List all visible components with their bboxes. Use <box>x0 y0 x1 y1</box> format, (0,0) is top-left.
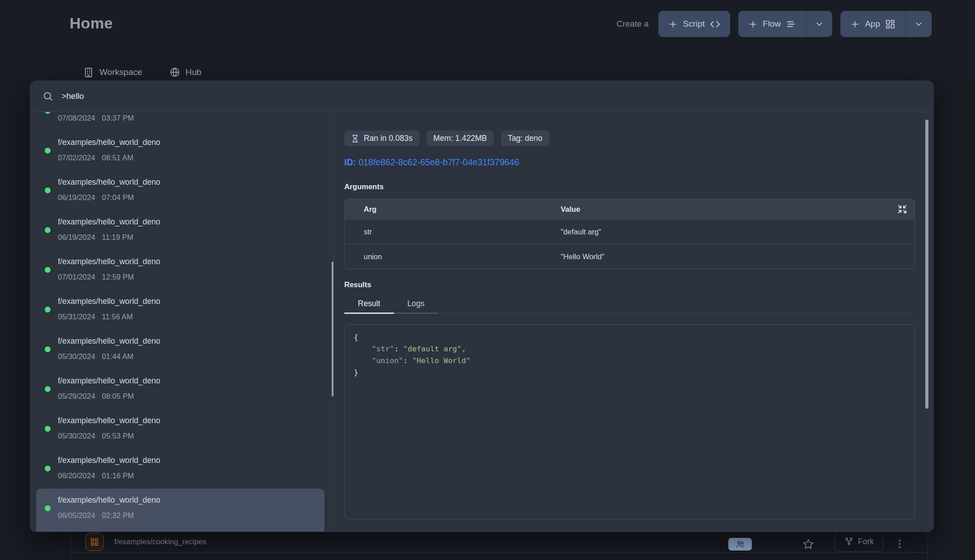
run-list-item[interactable]: f/examples/hello_world_deno 06/19/202411… <box>36 210 324 249</box>
palette-search-input[interactable] <box>61 91 934 101</box>
arg-name: union <box>345 252 561 261</box>
create-app-button[interactable]: App <box>840 11 905 37</box>
arguments-table-header: Arg Value <box>345 199 914 219</box>
plus-icon <box>850 19 860 29</box>
run-list-item[interactable]: f/examples/hello_world_deno 07/08/202403… <box>36 112 324 130</box>
tab-logs[interactable]: Logs <box>394 299 438 314</box>
run-time: 07:04 PM <box>102 193 134 201</box>
job-id-link[interactable]: 018fe862-8c62-65e8-b7f7-04e31f379646 <box>358 157 519 167</box>
success-status-dot <box>45 426 51 432</box>
users-badge[interactable] <box>728 538 752 551</box>
tag-badge-label: Tag: deno <box>508 134 543 143</box>
success-status-dot <box>45 227 51 233</box>
result-json-viewer: { "str": "default arg", "union": "Hello … <box>344 324 915 519</box>
run-time: 08:51 AM <box>102 154 134 162</box>
create-flow-button[interactable]: Flow <box>738 11 806 37</box>
run-detail-panel: Ran in 0.083s Mem: 1.422MB Tag: deno ID:… <box>334 112 934 532</box>
run-list-item[interactable]: f/examples/hello_world_deno 06/20/202401… <box>36 449 324 488</box>
command-palette-modal: f/examples/hello_world_deno 07/08/202403… <box>30 80 934 532</box>
run-datetime: 05/31/202411:56 AM <box>58 313 160 321</box>
run-path: f/examples/hello_world_deno <box>58 177 160 187</box>
job-id-row: ID: 018fe862-8c62-65e8-b7f7-04e31f379646 <box>344 157 915 168</box>
run-datetime: 05/30/202405:53 PM <box>58 432 160 440</box>
run-path: f/examples/hello_world_deno <box>58 297 160 306</box>
success-status-dot <box>45 386 51 392</box>
json-value: "Hello World" <box>412 356 470 365</box>
chevron-down-icon <box>914 19 923 29</box>
tab-hub[interactable]: Hub <box>169 67 202 78</box>
run-time: 01:16 PM <box>102 471 134 480</box>
run-list-item[interactable]: f/examples/hello_world_deno 07/02/202408… <box>36 131 324 170</box>
run-datetime: 07/02/202408:51 AM <box>58 154 160 162</box>
users-icon <box>735 539 745 549</box>
success-status-dot <box>45 466 51 471</box>
run-list-item[interactable]: f/examples/hello_world_deno 05/31/202411… <box>36 290 324 329</box>
page-title: Home <box>70 14 113 32</box>
page-header: Home Create a Script Flow App <box>0 0 975 80</box>
run-path: f/examples/hello_world_deno <box>58 456 160 465</box>
tab-workspace[interactable]: Workspace <box>83 67 142 78</box>
kebab-menu-icon[interactable]: ⋮ <box>895 541 905 546</box>
plus-icon <box>748 19 758 29</box>
create-script-label: Script <box>683 19 705 29</box>
run-datetime: 05/29/202408:05 PM <box>58 392 160 401</box>
create-app-dropdown-button[interactable] <box>906 11 932 37</box>
create-flow-button-group: Flow <box>738 11 832 37</box>
tab-result[interactable]: Result <box>344 299 394 314</box>
json-key: "str" <box>372 345 394 353</box>
run-list-item[interactable]: f/examples/hello_world_deno 06/19/202407… <box>36 171 324 210</box>
fork-icon <box>844 537 853 546</box>
run-list-item[interactable]: f/examples/hello_world_deno 05/30/202405… <box>36 409 324 448</box>
run-date: 05/30/2024 <box>58 432 95 440</box>
create-flow-dropdown-button[interactable] <box>806 11 832 37</box>
memory-badge: Mem: 1.422MB <box>427 131 494 146</box>
results-tabs: Result Logs <box>344 299 915 314</box>
run-time: 12:59 PM <box>102 273 134 281</box>
run-datetime: 05/30/202401:44 AM <box>58 352 160 361</box>
success-status-dot <box>45 112 51 114</box>
workspace-hub-tabs: Workspace Hub <box>83 67 202 78</box>
run-path: f/examples/hello_world_deno <box>58 376 160 385</box>
flow-bars-icon <box>786 19 796 29</box>
app-item-actions: Fork ⋮ <box>728 531 905 552</box>
run-list: f/examples/hello_world_deno 07/08/202403… <box>30 112 333 532</box>
run-datetime: 06/20/202401:16 PM <box>58 471 160 480</box>
tag-badge: Tag: deno <box>501 131 549 146</box>
run-list-item[interactable]: f/examples/hello_world_deno 05/30/202401… <box>36 330 324 369</box>
create-script-button[interactable]: Script <box>658 11 730 37</box>
run-date: 07/02/2024 <box>58 154 95 162</box>
table-row-divider <box>70 552 928 553</box>
create-label: Create a <box>617 19 649 29</box>
run-date: 05/29/2024 <box>58 392 95 400</box>
arg-value: "Hello World" <box>561 252 914 261</box>
success-status-dot <box>45 187 51 193</box>
run-date: 05/30/2024 <box>58 352 95 360</box>
run-date: 07/01/2024 <box>58 273 95 281</box>
run-list-item[interactable]: f/examples/hello_world_deno 05/29/202408… <box>36 369 324 408</box>
detail-scrollbar[interactable] <box>925 120 928 409</box>
run-time: 11:19 PM <box>102 233 133 241</box>
run-datetime: 06/19/202407:04 PM <box>58 193 160 202</box>
run-list-item-selected[interactable]: f/examples/hello_world_deno 06/05/202402… <box>36 489 324 532</box>
run-list-item[interactable]: f/examples/hello_world_deno 07/01/202412… <box>36 250 324 289</box>
run-date: 06/19/2024 <box>58 233 95 241</box>
run-path: f/examples/hello_world_deno <box>58 416 160 425</box>
building-icon <box>83 67 94 78</box>
expand-table-button[interactable] <box>897 204 907 214</box>
arguments-heading: Arguments <box>344 182 915 191</box>
fork-button[interactable]: Fork <box>835 531 883 552</box>
arg-name: str <box>345 228 561 236</box>
run-date: 06/19/2024 <box>58 193 95 201</box>
success-status-dot <box>45 307 51 313</box>
run-time: 02:32 PM <box>102 511 134 519</box>
star-icon <box>802 538 814 550</box>
favorite-star[interactable] <box>802 538 814 550</box>
arguments-table: Arg Value str "default arg" union "Hello… <box>344 199 915 269</box>
create-flow-label: Flow <box>763 19 781 29</box>
run-time: 08:05 PM <box>102 392 134 400</box>
app-grid-icon <box>89 537 99 547</box>
run-datetime: 07/01/202412:59 PM <box>58 273 160 281</box>
globe-icon <box>169 67 180 78</box>
success-status-dot <box>45 505 51 511</box>
run-list-scrollbar[interactable] <box>332 261 333 397</box>
